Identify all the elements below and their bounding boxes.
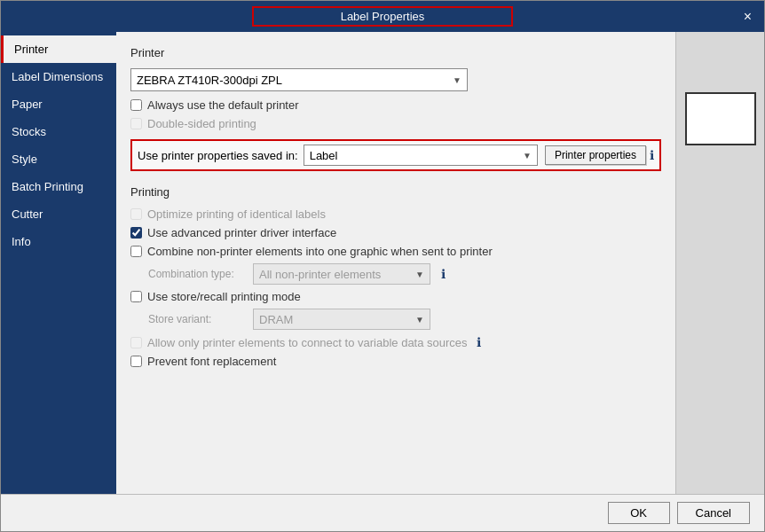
combine-row: Combine non-printer elements into one gr… <box>130 245 661 258</box>
close-button[interactable]: × <box>740 9 755 25</box>
allow-only-printer-label: Allow only printer elements to connect t… <box>147 336 468 349</box>
use-advanced-label: Use advanced printer driver interface <box>147 226 336 239</box>
combination-type-label: Combination type: <box>148 268 246 280</box>
sidebar-item-printer[interactable]: Printer <box>1 35 116 63</box>
printer-section: Printer ZEBRA ZT410R-300dpi ZPL ▼ Always… <box>130 46 661 130</box>
combination-type-arrow-icon: ▼ <box>415 270 424 279</box>
printer-dropdown-row: ZEBRA ZT410R-300dpi ZPL ▼ <box>130 68 661 91</box>
main-content: Printer ZEBRA ZT410R-300dpi ZPL ▼ Always… <box>116 32 675 494</box>
optimize-row: Optimize printing of identical labels <box>130 207 661 221</box>
dialog-footer: OK Cancel <box>1 494 764 531</box>
use-store-checkbox[interactable] <box>130 291 142 302</box>
ok-button[interactable]: OK <box>608 502 670 524</box>
always-default-printer-label: Always use the default printer <box>147 98 299 112</box>
sidebar-item-paper[interactable]: Paper <box>1 90 116 118</box>
allow-only-printer-checkbox <box>130 337 142 348</box>
printer-dropdown-value: ZEBRA ZT410R-300dpi ZPL <box>137 74 282 87</box>
double-sided-checkbox <box>130 118 142 129</box>
printer-props-section: Use printer properties saved in: Label ▼… <box>130 139 661 171</box>
always-default-printer-row: Always use the default printer <box>130 98 661 112</box>
double-sided-row: Double-sided printing <box>130 117 661 130</box>
right-panel <box>675 32 764 494</box>
combination-type-dropdown: All non-printer elements ▼ <box>253 263 430 285</box>
sidebar-item-batch-printing[interactable]: Batch Printing <box>1 173 116 200</box>
printer-props-dropdown-value: Label <box>310 149 338 162</box>
prevent-font-row: Prevent font replacement <box>130 355 661 368</box>
printer-properties-row: Use printer properties saved in: Label ▼… <box>130 139 661 171</box>
prevent-font-checkbox[interactable] <box>130 356 142 367</box>
store-variant-value: DRAM <box>259 313 293 326</box>
double-sided-label: Double-sided printing <box>147 117 256 130</box>
sidebar-item-stocks[interactable]: Stocks <box>1 118 116 145</box>
printer-section-label: Printer <box>130 46 661 59</box>
use-printer-props-label: Use printer properties saved in: <box>138 149 298 162</box>
always-default-printer-checkbox[interactable] <box>130 99 142 111</box>
combine-checkbox[interactable] <box>130 246 142 257</box>
use-store-row: Use store/recall printing mode <box>130 290 661 303</box>
printing-section-label: Printing <box>130 185 661 199</box>
prevent-font-label: Prevent font replacement <box>147 355 276 368</box>
printer-dropdown[interactable]: ZEBRA ZT410R-300dpi ZPL ▼ <box>130 68 468 91</box>
sidebar-item-label-dimensions[interactable]: Label Dimensions <box>1 63 116 90</box>
allow-only-info-icon: ℹ <box>477 335 481 349</box>
use-store-label: Use store/recall printing mode <box>147 290 301 303</box>
dialog-title: Label Properties <box>252 6 512 27</box>
store-variant-row: Store variant: DRAM ▼ <box>148 309 661 330</box>
optimize-label: Optimize printing of identical labels <box>147 207 326 221</box>
sidebar: Printer Label Dimensions Paper Stocks St… <box>1 32 116 494</box>
printer-props-dropdown[interactable]: Label ▼ <box>304 145 538 166</box>
sidebar-item-cutter[interactable]: Cutter <box>1 200 116 228</box>
combination-type-value: All non-printer elements <box>259 268 381 281</box>
sidebar-item-info[interactable]: Info <box>1 228 116 255</box>
printing-section: Printing Optimize printing of identical … <box>130 185 661 368</box>
store-variant-label: Store variant: <box>148 313 246 325</box>
store-variant-dropdown: DRAM ▼ <box>253 309 430 330</box>
title-bar: Label Properties × <box>1 1 764 32</box>
combine-label: Combine non-printer elements into one gr… <box>147 245 493 258</box>
allow-only-printer-row: Allow only printer elements to connect t… <box>130 335 661 349</box>
printer-props-info-icon: ℹ <box>650 148 654 162</box>
use-advanced-checkbox[interactable] <box>130 227 142 239</box>
printer-properties-button[interactable]: Printer properties <box>545 145 646 165</box>
use-advanced-row: Use advanced printer driver interface <box>130 226 661 239</box>
label-properties-dialog: Label Properties × Printer Label Dimensi… <box>0 0 765 532</box>
cancel-button[interactable]: Cancel <box>677 502 750 524</box>
optimize-checkbox <box>130 208 142 220</box>
sidebar-item-style[interactable]: Style <box>1 145 116 173</box>
store-variant-arrow-icon: ▼ <box>415 315 424 325</box>
combination-type-info-icon: ℹ <box>441 267 446 281</box>
combination-type-row: Combination type: All non-printer elemen… <box>148 263 661 285</box>
printer-props-dropdown-arrow-icon: ▼ <box>523 151 532 160</box>
label-preview <box>685 92 756 145</box>
dialog-body: Printer Label Dimensions Paper Stocks St… <box>1 32 764 494</box>
printer-dropdown-arrow-icon: ▼ <box>453 75 461 85</box>
